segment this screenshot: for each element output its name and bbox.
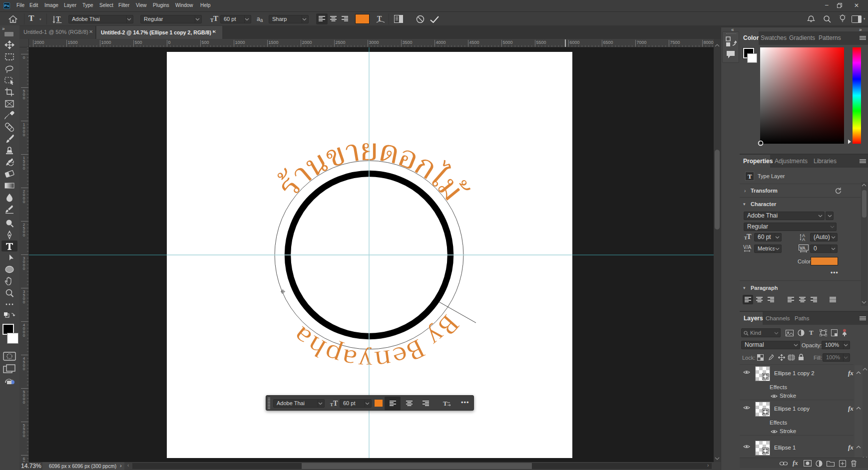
svg-text:1500: 1500	[68, 40, 78, 45]
svg-text:5500: 5500	[23, 423, 25, 438]
svg-text:T: T	[443, 400, 447, 407]
svg-text:1000: 1000	[235, 40, 245, 45]
svg-text:4500: 4500	[23, 356, 25, 371]
svg-text:0: 0	[23, 55, 25, 60]
svg-text:3500: 3500	[403, 40, 413, 45]
svg-text:1500: 1500	[269, 40, 279, 45]
svg-text:5000: 5000	[23, 390, 25, 405]
svg-text:8000: 8000	[704, 40, 714, 45]
svg-text:1000: 1000	[101, 40, 111, 45]
svg-text:7500: 7500	[670, 40, 680, 45]
svg-text:2000: 2000	[23, 189, 25, 204]
svg-text:2000: 2000	[302, 40, 312, 45]
svg-text:2000: 2000	[34, 40, 44, 45]
svg-text:6000: 6000	[570, 40, 580, 45]
svg-text:7000: 7000	[637, 40, 647, 45]
svg-text:V/A: V/A	[743, 244, 751, 250]
svg-text:2500: 2500	[336, 40, 346, 45]
svg-text:5500: 5500	[536, 40, 546, 45]
svg-text:4000: 4000	[436, 40, 446, 45]
svg-text:5000: 5000	[503, 40, 513, 45]
svg-text:VA: VA	[800, 245, 806, 250]
svg-text:3000: 3000	[369, 40, 379, 45]
svg-text:500: 500	[23, 89, 25, 100]
svg-text:T: T	[56, 15, 61, 23]
svg-text:6000: 6000	[23, 457, 25, 463]
svg-text:2500: 2500	[23, 223, 25, 237]
svg-text:0: 0	[168, 40, 171, 45]
svg-text:3500: 3500	[23, 289, 25, 304]
svg-text:3000: 3000	[23, 256, 25, 271]
svg-text:A: A	[802, 237, 805, 241]
svg-text:4500: 4500	[469, 40, 479, 45]
svg-text:4000: 4000	[23, 323, 25, 338]
svg-text:6500: 6500	[603, 40, 613, 45]
svg-text:500: 500	[202, 40, 209, 45]
svg-text:1500: 1500	[23, 156, 25, 171]
svg-text:1000: 1000	[23, 122, 25, 137]
svg-text:500: 500	[135, 40, 142, 45]
